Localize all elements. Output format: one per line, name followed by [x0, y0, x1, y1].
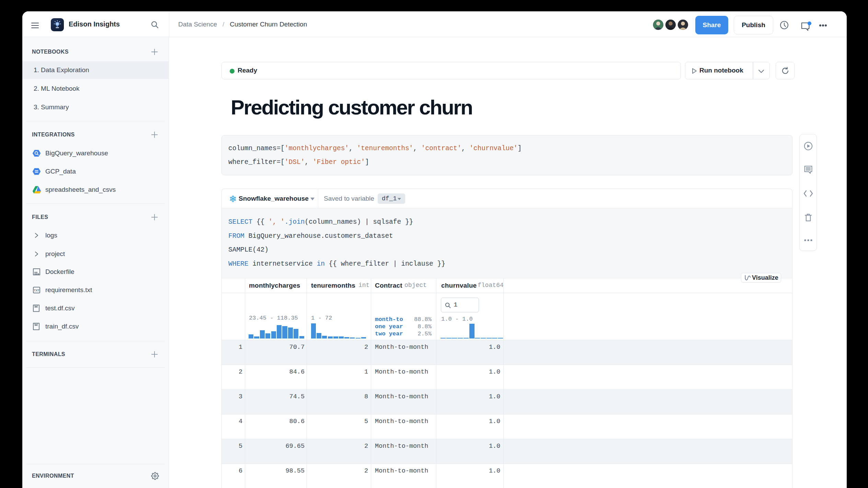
svg-text:TXT: TXT: [34, 289, 39, 292]
